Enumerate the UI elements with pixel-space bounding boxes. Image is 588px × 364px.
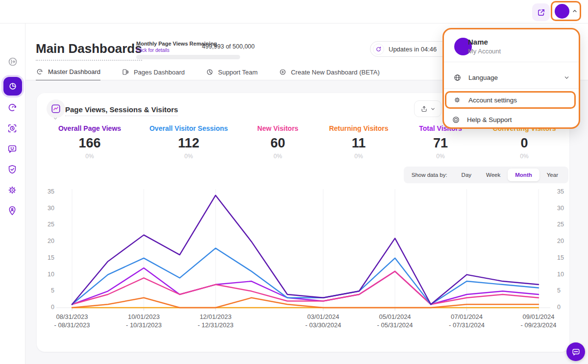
tab-support-team[interactable]: Support Team bbox=[206, 68, 258, 81]
sidebar-item-location-icon[interactable] bbox=[7, 205, 19, 217]
account-name: Name bbox=[468, 38, 488, 46]
menu-item-language[interactable]: Language bbox=[444, 70, 579, 85]
metric-delta: 0% bbox=[493, 153, 556, 160]
x-tick-label: 05/01/2024- 05/31/2024 bbox=[377, 313, 413, 329]
menu-item-help-support[interactable]: Help & Support bbox=[444, 112, 579, 127]
y-tick-label: 20 bbox=[41, 238, 54, 244]
y-tick-label: 15 bbox=[41, 254, 54, 261]
y-tick-label: 5 bbox=[41, 287, 54, 294]
y-tick-label: 25 bbox=[557, 221, 571, 228]
chat-bubble-icon bbox=[571, 347, 581, 357]
sidebar-item-dashboards[interactable] bbox=[3, 77, 22, 96]
open-in-new-button[interactable] bbox=[532, 3, 550, 21]
x-tick-label: 12/01/2023- 12/31/2023 bbox=[197, 313, 233, 329]
updates-label: Updates in 04:46 bbox=[389, 46, 437, 53]
metric-delta: 0% bbox=[419, 153, 462, 160]
avatar[interactable] bbox=[555, 4, 569, 19]
account-menu-trigger-highlight[interactable] bbox=[551, 1, 581, 21]
y-tick-label: 15 bbox=[557, 254, 571, 261]
analytics-card: Page Views, Sessions & Visitors Overall … bbox=[37, 93, 569, 352]
x-tick-label: 03/01/2024- 03/30/2024 bbox=[305, 313, 341, 329]
series-overall-page-views bbox=[72, 195, 539, 305]
tab-create-new-dashboard[interactable]: Create New Dashboard (BETA) bbox=[279, 68, 380, 81]
pages-icon bbox=[122, 68, 129, 76]
menu-item-label: Help & Support bbox=[467, 116, 512, 123]
metric-value: 0 bbox=[493, 136, 556, 151]
menu-item-label: Language bbox=[468, 74, 498, 81]
metric-value: 166 bbox=[58, 136, 121, 151]
y-tick-label: 0 bbox=[41, 304, 54, 311]
metric-new-visitors: New Visitors 60 0% bbox=[257, 124, 298, 160]
y-tick-label: 35 bbox=[557, 188, 571, 195]
toggle-option-week[interactable]: Week bbox=[479, 169, 508, 181]
sidebar-item-speed-icon[interactable] bbox=[7, 102, 19, 114]
export-button[interactable] bbox=[414, 100, 441, 117]
donut-chart-icon bbox=[8, 81, 18, 91]
chevron-up-icon bbox=[572, 8, 578, 14]
gear-icon bbox=[453, 96, 462, 104]
toggle-option-day[interactable]: Day bbox=[454, 169, 479, 181]
metric-value: 112 bbox=[149, 136, 228, 151]
y-tick-label: 25 bbox=[41, 221, 54, 228]
sidebar-item-time-tracking-icon[interactable] bbox=[7, 123, 19, 135]
metric-delta: 0% bbox=[257, 153, 298, 160]
globe-icon bbox=[453, 73, 462, 82]
sidebar-item-chat-icon[interactable] bbox=[7, 144, 19, 155]
y-tick-label: 20 bbox=[557, 238, 571, 244]
x-tick-label: 10/01/2023- 10/31/2023 bbox=[126, 313, 162, 329]
y-tick-label: 10 bbox=[41, 271, 54, 278]
card-icon-wrap bbox=[47, 99, 65, 118]
series-returning-visitors bbox=[72, 298, 539, 308]
show-data-by-label: Show data by: bbox=[412, 172, 447, 178]
metric-label[interactable]: Returning Visitors bbox=[329, 124, 388, 132]
metric-value: 11 bbox=[329, 136, 388, 151]
help-lifebuoy-icon bbox=[452, 116, 460, 124]
metric-value: 71 bbox=[419, 136, 462, 151]
sidebar-item-settings-icon[interactable] bbox=[7, 185, 19, 196]
metric-label[interactable]: New Visitors bbox=[257, 124, 298, 132]
menu-item-account-settings[interactable]: Account settings bbox=[445, 91, 576, 109]
y-tick-label: 30 bbox=[557, 205, 571, 212]
y-tick-label: 0 bbox=[557, 304, 571, 311]
line-chart-icon bbox=[50, 103, 61, 114]
sidebar-item-security-icon[interactable] bbox=[7, 164, 19, 176]
pie-chart-icon bbox=[206, 68, 214, 76]
quota-details-link[interactable]: Click for details bbox=[136, 48, 170, 53]
x-tick-label: 07/01/2024- 07/31/2024 bbox=[449, 313, 485, 329]
metric-overall-visitor-sessions: Overall Visitor Sessions 112 0% bbox=[149, 124, 228, 160]
y-tick-label: 10 bbox=[557, 271, 571, 278]
chevron-down-icon bbox=[564, 74, 570, 81]
toggle-option-month[interactable]: Month bbox=[508, 169, 539, 181]
chevron-down-icon[interactable] bbox=[53, 116, 58, 121]
series-overall-visitor-sessions bbox=[72, 248, 539, 305]
gauge-icon bbox=[36, 68, 44, 75]
metric-converting-visitors: Converting Visitors 0 0% bbox=[493, 124, 556, 160]
tab-pages-dashboard[interactable]: Pages Dashboard bbox=[122, 68, 185, 81]
plus-circle-icon bbox=[279, 68, 287, 76]
y-tick-label: 5 bbox=[557, 287, 571, 294]
account-dropdown-menu: Name My Account Language Account setting… bbox=[442, 28, 580, 129]
toggle-option-year[interactable]: Year bbox=[539, 169, 565, 181]
metric-returning-visitors: Returning Visitors 11 0% bbox=[329, 124, 388, 160]
tab-label: Support Team bbox=[218, 69, 258, 76]
show-data-by-toggle: Show data by: Day Week Month Year bbox=[404, 167, 568, 183]
metric-value: 60 bbox=[257, 136, 298, 151]
export-icon bbox=[420, 105, 428, 113]
divider bbox=[444, 62, 579, 62]
metric-overall-page-views: Overall Page Views 166 0% bbox=[58, 124, 121, 160]
card-title: Page Views, Sessions & Visitors bbox=[65, 105, 178, 116]
sidebar-toggle-icon[interactable] bbox=[7, 56, 19, 68]
tab-master-dashboard[interactable]: Master Dashboard bbox=[36, 68, 100, 81]
metric-label[interactable]: Overall Page Views bbox=[58, 124, 121, 132]
account-subtitle: My Account bbox=[468, 48, 501, 55]
y-tick-label: 30 bbox=[41, 205, 54, 212]
chevron-down-icon bbox=[430, 106, 436, 112]
support-chat-button[interactable] bbox=[566, 342, 585, 361]
metric-label[interactable]: Overall Visitor Sessions bbox=[149, 124, 228, 132]
menu-item-label: Account settings bbox=[468, 97, 517, 104]
series-total-visitors bbox=[72, 268, 539, 304]
metric-delta: 0% bbox=[149, 153, 228, 160]
updates-refresh-button[interactable]: Updates in 04:46 bbox=[370, 41, 454, 57]
divider bbox=[444, 88, 579, 89]
metric-total-visitors: Total Visitors 71 0% bbox=[419, 124, 462, 160]
